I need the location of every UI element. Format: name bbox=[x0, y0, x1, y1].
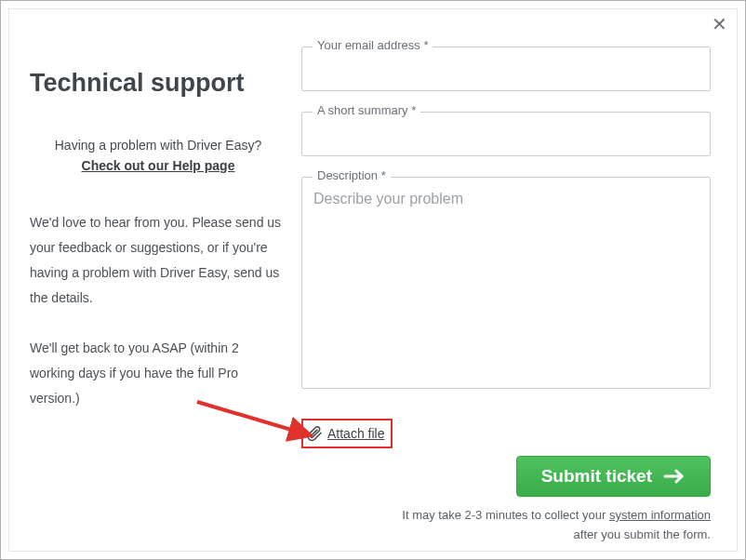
description-field-label: Description * bbox=[313, 168, 391, 182]
attach-file-button[interactable]: Attach file bbox=[301, 419, 393, 448]
close-icon[interactable]: ✕ bbox=[712, 15, 727, 33]
arrow-right-icon bbox=[663, 469, 686, 484]
form-column: Your email address * A short summary * D… bbox=[301, 35, 711, 536]
summary-field-wrap: A short summary * bbox=[301, 112, 711, 156]
email-field[interactable] bbox=[301, 47, 711, 91]
attach-file-label: Attach file bbox=[327, 426, 384, 441]
footnote: It may take 2-3 minutes to collect your … bbox=[301, 506, 711, 545]
email-field-label: Your email address * bbox=[313, 38, 433, 52]
summary-field[interactable] bbox=[301, 112, 711, 156]
submit-row: Submit ticket bbox=[301, 456, 711, 497]
summary-field-label: A short summary * bbox=[313, 103, 420, 117]
system-information-link[interactable]: system information bbox=[609, 508, 711, 522]
submit-button-label: Submit ticket bbox=[541, 466, 652, 487]
support-dialog: ✕ Technical support Having a problem wit… bbox=[0, 0, 746, 560]
footnote-post: after you submit the form. bbox=[574, 527, 711, 541]
intro-paragraph-2: We'll get back to you ASAP (within 2 wor… bbox=[30, 336, 286, 412]
help-page-link[interactable]: Check out our Help page bbox=[30, 158, 286, 173]
paperclip-icon bbox=[306, 425, 323, 442]
page-title: Technical support bbox=[30, 69, 286, 98]
subtitle-text: Having a problem with Driver Easy? bbox=[30, 133, 286, 158]
footnote-pre: It may take 2-3 minutes to collect your bbox=[402, 508, 609, 522]
intro-paragraph-1: We'd love to hear from you. Please send … bbox=[30, 210, 286, 312]
email-field-wrap: Your email address * bbox=[301, 47, 711, 91]
description-field-wrap: Description * bbox=[301, 177, 711, 393]
left-column: Technical support Having a problem with … bbox=[30, 35, 301, 536]
submit-button[interactable]: Submit ticket bbox=[516, 456, 711, 497]
dialog-inner: ✕ Technical support Having a problem wit… bbox=[8, 8, 738, 552]
description-field[interactable] bbox=[301, 177, 711, 389]
